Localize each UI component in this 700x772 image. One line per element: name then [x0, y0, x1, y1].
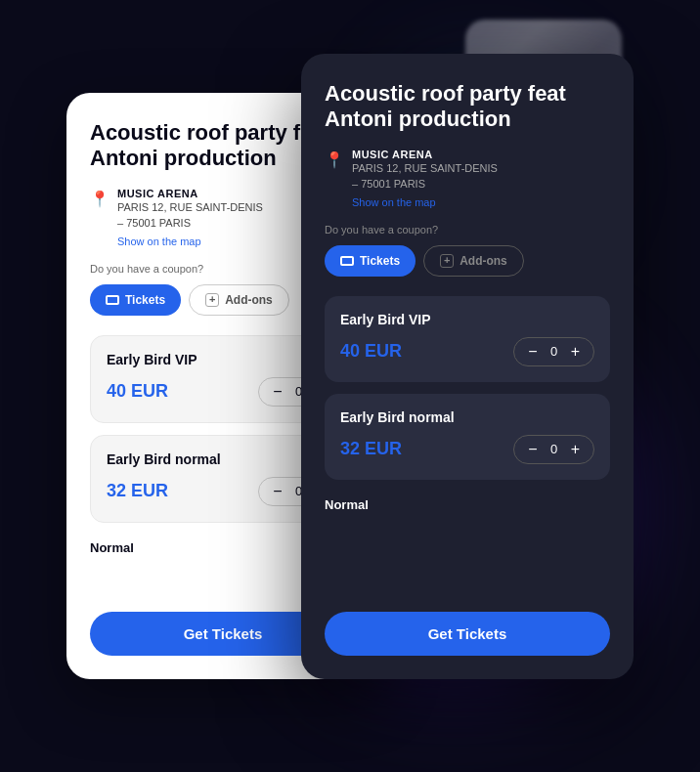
venue-info-dark: MUSIC ARENA PARIS 12, RUE SAINT-DENIS – …: [352, 149, 498, 210]
qty-decrease-vip-white[interactable]: −: [273, 384, 282, 400]
qty-control-vip-dark: − 0 +: [513, 337, 594, 366]
ticket-card-vip-dark: Early Bird VIP 40 EUR − 0 +: [325, 296, 610, 382]
plus-icon-dark: +: [440, 254, 454, 268]
tabs-row-dark: Tickets + Add-ons: [325, 245, 610, 277]
ticket-price-row-normal-dark: 32 EUR − 0 +: [340, 435, 594, 464]
ticket-name-normal-dark: Early Bird normal: [340, 409, 594, 425]
qty-increase-normal-dark[interactable]: +: [571, 442, 580, 457]
ticket-name-vip-dark: Early Bird VIP: [340, 312, 594, 327]
venue-name-dark: MUSIC ARENA: [352, 149, 498, 160]
qty-decrease-normal-dark[interactable]: −: [528, 442, 537, 457]
show-on-map-white[interactable]: Show on the map: [117, 236, 201, 247]
normal-label-dark: Normal: [325, 492, 610, 514]
show-on-map-dark[interactable]: Show on the map: [352, 196, 436, 208]
event-title-dark: Acoustic roof party feat Antoni producti…: [325, 81, 610, 133]
ticket-icon-dark: [340, 256, 354, 266]
tab-addons-dark[interactable]: + Add-ons: [423, 245, 524, 277]
qty-control-normal-dark: − 0 +: [513, 435, 594, 464]
venue-row-dark: 📍 MUSIC ARENA PARIS 12, RUE SAINT-DENIS …: [325, 149, 610, 210]
venue-name-white: MUSIC ARENA: [117, 188, 263, 199]
ticket-price-normal-dark: 32 EUR: [340, 439, 402, 459]
qty-decrease-vip-dark[interactable]: −: [528, 344, 537, 360]
tab-tickets-white[interactable]: Tickets: [90, 284, 181, 316]
tab-tickets-dark[interactable]: Tickets: [325, 245, 416, 277]
qty-value-normal-dark: 0: [547, 442, 561, 456]
ticket-card-normal-dark: Early Bird normal 32 EUR − 0 +: [325, 394, 610, 480]
card-dark: Acoustic roof party feat Antoni producti…: [301, 54, 634, 679]
ticket-price-normal-white: 32 EUR: [107, 481, 168, 501]
location-icon-white: 📍: [90, 190, 109, 208]
cards-container: Acoustic roof party feat Antoni producti…: [66, 54, 634, 718]
coupon-label-dark: Do you have a coupon?: [325, 224, 610, 236]
venue-address-white: PARIS 12, RUE SAINT-DENIS – 75001 PARIS: [117, 199, 263, 232]
ticket-price-vip-white: 40 EUR: [107, 381, 168, 402]
location-icon-dark: 📍: [325, 150, 344, 169]
tab-addons-white[interactable]: + Add-ons: [189, 284, 289, 316]
ticket-price-row-vip-dark: 40 EUR − 0 +: [340, 337, 594, 366]
qty-decrease-normal-white[interactable]: −: [273, 484, 282, 499]
qty-increase-vip-dark[interactable]: +: [571, 344, 580, 360]
venue-address-dark: PARIS 12, RUE SAINT-DENIS – 75001 PARIS: [352, 160, 498, 193]
qty-value-vip-dark: 0: [547, 344, 561, 359]
ticket-icon-white: [106, 295, 119, 305]
get-tickets-btn-dark[interactable]: Get Tickets: [325, 612, 610, 656]
plus-icon-white: +: [205, 293, 219, 307]
ticket-price-vip-dark: 40 EUR: [340, 341, 402, 362]
venue-info-white: MUSIC ARENA PARIS 12, RUE SAINT-DENIS – …: [117, 188, 263, 249]
